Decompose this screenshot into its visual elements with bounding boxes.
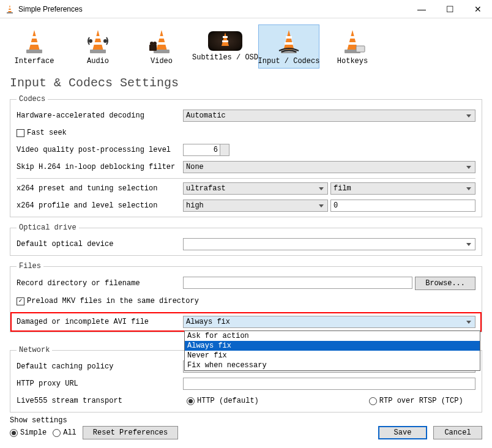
codecs-legend: Codecs xyxy=(17,95,48,103)
x264-tuning-select[interactable]: film xyxy=(330,182,475,195)
svg-rect-15 xyxy=(158,36,165,39)
page-title: Input & Codecs Settings xyxy=(0,75,492,95)
optical-device-label: Default optical device xyxy=(17,240,183,248)
caching-label: Default caching policy xyxy=(17,362,183,371)
svg-marker-21 xyxy=(222,32,229,46)
avi-option[interactable]: Never fix xyxy=(185,351,480,360)
svg-marker-0 xyxy=(8,5,12,13)
skip-deblock-select[interactable]: None xyxy=(183,161,475,173)
x264-level-input[interactable]: 0 xyxy=(330,200,475,212)
category-interface[interactable]: Interface xyxy=(4,24,65,69)
reset-button[interactable]: Reset Preferences xyxy=(83,426,178,439)
svg-rect-29 xyxy=(349,36,356,39)
record-dir-label: Record directory or filename xyxy=(17,279,183,288)
vlc-icon xyxy=(5,4,15,14)
svg-rect-5 xyxy=(31,36,37,39)
optical-group: Optical drive Default optical device xyxy=(10,223,482,256)
hw-decoding-label: Hardware-accelerated decoding xyxy=(17,111,183,120)
post-processing-label: Video quality post-processing level xyxy=(17,146,183,154)
svg-rect-7 xyxy=(26,50,42,53)
category-subtitles[interactable]: Subtitles / OSD xyxy=(195,24,256,69)
browse-button[interactable]: Browse... xyxy=(415,277,475,290)
x264-preset-select[interactable]: ultrafast xyxy=(183,182,328,195)
subtitles-icon xyxy=(208,31,242,51)
category-bar: Interface Audio Video Subtitles / OSD In… xyxy=(0,18,492,75)
svg-rect-32 xyxy=(356,46,365,52)
category-input-codecs[interactable]: Input / Codecs xyxy=(258,24,319,69)
avi-dropdown-list: Ask for action Always fix Never fix Fix … xyxy=(184,330,480,371)
avi-option[interactable]: Ask for action xyxy=(185,331,480,341)
svg-marker-24 xyxy=(283,30,294,51)
svg-point-12 xyxy=(89,39,92,43)
svg-rect-26 xyxy=(285,42,293,45)
post-processing-spinner[interactable]: 6 xyxy=(183,144,229,156)
save-button[interactable]: Save xyxy=(378,426,427,439)
svg-rect-16 xyxy=(157,42,166,45)
files-group: Files Record directory or filename Brows… xyxy=(10,262,482,332)
x264-profile-select[interactable]: high xyxy=(183,200,328,212)
svg-rect-18 xyxy=(149,45,157,51)
window-title: Simple Preferences xyxy=(18,5,408,13)
proxy-input[interactable] xyxy=(183,378,475,390)
x264-preset-label: x264 preset and tuning selection xyxy=(17,184,183,193)
minimize-button[interactable]: — xyxy=(408,0,436,18)
svg-rect-11 xyxy=(90,50,106,53)
svg-rect-3 xyxy=(7,12,13,13)
live555-http-radio[interactable]: HTTP (default) xyxy=(187,397,259,405)
live555-label: Live555 stream transport xyxy=(17,397,183,405)
svg-rect-22 xyxy=(223,36,228,38)
codecs-group: Codecs Hardware-accelerated decoding Aut… xyxy=(10,95,482,217)
svg-rect-10 xyxy=(94,42,102,45)
close-button[interactable]: ✕ xyxy=(464,0,492,18)
svg-rect-23 xyxy=(222,40,228,42)
cancel-button[interactable]: Cancel xyxy=(433,426,482,439)
network-legend: Network xyxy=(17,346,52,354)
svg-marker-14 xyxy=(156,30,167,51)
category-hotkeys[interactable]: Hotkeys xyxy=(322,24,383,69)
optical-device-select[interactable] xyxy=(183,238,475,250)
svg-rect-30 xyxy=(348,42,357,45)
avi-select[interactable]: Always fix xyxy=(183,316,475,328)
hw-decoding-select[interactable]: Automatic xyxy=(183,110,475,122)
svg-rect-6 xyxy=(30,42,39,45)
svg-point-20 xyxy=(153,42,157,45)
avi-label: Damaged or incomplete AVI file xyxy=(17,318,183,326)
preload-mkv-checkbox[interactable]: ✓Preload MKV files in the same directory xyxy=(17,297,199,305)
avi-option[interactable]: Always fix xyxy=(185,341,480,351)
all-radio[interactable]: All xyxy=(53,428,76,437)
simple-radio[interactable]: Simple xyxy=(10,428,47,437)
category-audio[interactable]: Audio xyxy=(67,24,129,69)
svg-rect-25 xyxy=(286,36,292,39)
show-settings-label: Show settings xyxy=(10,416,482,425)
avi-row-highlight: Damaged or incomplete AVI file Always fi… xyxy=(10,312,482,332)
svg-rect-9 xyxy=(95,36,101,39)
live555-rtp-radio[interactable]: RTP over RTSP (TCP) xyxy=(369,397,463,405)
footer: Show settings Simple All Reset Preferenc… xyxy=(10,416,482,439)
svg-rect-1 xyxy=(9,7,11,9)
svg-marker-4 xyxy=(29,30,40,51)
svg-rect-2 xyxy=(8,10,11,11)
svg-point-13 xyxy=(103,39,107,43)
svg-marker-8 xyxy=(92,30,103,51)
proxy-label: HTTP proxy URL xyxy=(17,379,183,388)
skip-deblock-label: Skip H.264 in-loop deblocking filter xyxy=(17,163,183,171)
category-video[interactable]: Video xyxy=(131,24,192,69)
files-legend: Files xyxy=(17,262,43,271)
maximize-button[interactable]: ☐ xyxy=(436,0,464,18)
fast-seek-checkbox[interactable]: Fast seek xyxy=(17,129,67,137)
record-dir-input[interactable] xyxy=(183,277,412,289)
title-bar: Simple Preferences — ☐ ✕ xyxy=(0,0,492,18)
x264-profile-label: x264 profile and level selection xyxy=(17,201,183,210)
optical-legend: Optical drive xyxy=(17,223,79,232)
avi-option[interactable]: Fix when necessary xyxy=(185,360,480,370)
